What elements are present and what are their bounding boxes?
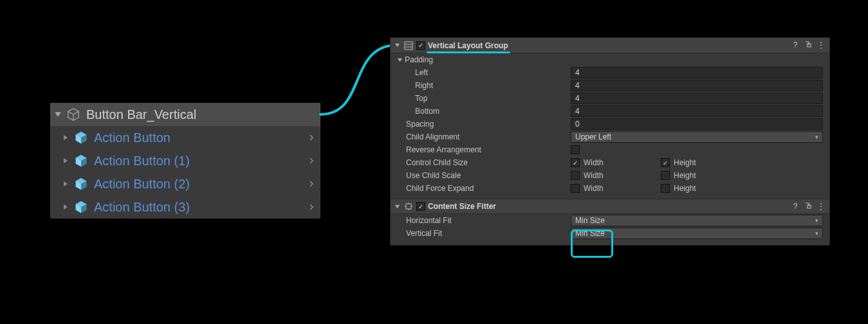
prefab-icon	[73, 153, 89, 168]
child-force-expand-label: Child Force Expand	[391, 184, 571, 193]
padding-bottom-input[interactable]	[571, 105, 823, 117]
foldout-icon[interactable]	[53, 109, 63, 120]
foldout-icon[interactable]	[60, 132, 71, 143]
hierarchy-item-child[interactable]: Action Button (2)	[50, 172, 320, 195]
top-label: Top	[391, 94, 571, 103]
height-label: Height	[674, 184, 696, 193]
annotation-underline	[427, 51, 510, 53]
chevron-right-icon[interactable]	[306, 204, 317, 210]
chevron-down-icon: ▾	[815, 134, 818, 140]
hierarchy-item-child[interactable]: Action Button	[50, 126, 320, 149]
use-scale-width-checkbox[interactable]	[571, 171, 580, 180]
kebab-icon[interactable]: ⋮	[817, 202, 826, 212]
reverse-arrangement-checkbox[interactable]	[571, 145, 580, 154]
component-title: Vertical Layout Group	[428, 41, 788, 50]
hierarchy-item-child[interactable]: Action Button (3)	[50, 195, 320, 219]
component-enable-checkbox[interactable]: ✓	[416, 202, 425, 211]
hierarchy-item-label: Action Button (1)	[94, 154, 306, 168]
spacing-label: Spacing	[391, 120, 571, 129]
right-label: Right	[391, 81, 571, 90]
content-size-fitter-icon	[403, 201, 414, 212]
hierarchy-item-parent[interactable]: Button Bar_Vertical	[50, 103, 320, 126]
padding-right-input[interactable]	[571, 80, 823, 91]
control-width-checkbox[interactable]: ✓	[571, 158, 580, 167]
preset-icon[interactable]	[804, 40, 813, 50]
help-icon[interactable]: ?	[791, 40, 800, 50]
foldout-icon[interactable]	[394, 204, 401, 210]
chevron-down-icon: ▾	[815, 230, 818, 237]
use-child-scale-label: Use Child Scale	[391, 171, 571, 180]
horizontal-fit-label: Horizontal Fit	[391, 216, 571, 225]
padding-top-input[interactable]	[571, 93, 823, 104]
preset-icon[interactable]	[804, 202, 813, 212]
hierarchy-item-label: Button Bar_Vertical	[86, 107, 317, 122]
component-title: Content Size Fitter	[428, 202, 788, 211]
hierarchy-panel: Button Bar_Vertical Action Button Action…	[50, 103, 320, 219]
foldout-icon[interactable]	[60, 156, 71, 166]
height-label: Height	[674, 171, 696, 180]
vertical-fit-dropdown[interactable]: Min Size ▾	[571, 228, 823, 239]
child-alignment-value: Upper Left	[575, 132, 611, 141]
spacing-input[interactable]	[571, 118, 823, 130]
child-alignment-label: Child Alignment	[391, 132, 571, 141]
control-child-size-label: Control Child Size	[391, 158, 571, 167]
gameobject-icon	[66, 107, 81, 122]
prefab-icon	[73, 176, 89, 192]
component-enable-checkbox[interactable]: ✓	[416, 41, 425, 50]
svg-rect-0	[405, 42, 412, 50]
bottom-label: Bottom	[391, 107, 571, 116]
height-label: Height	[674, 158, 696, 167]
force-expand-width-checkbox[interactable]	[571, 184, 580, 193]
foldout-icon[interactable]	[394, 42, 401, 48]
prefab-icon	[73, 199, 89, 215]
width-label: Width	[584, 158, 604, 167]
kebab-icon[interactable]: ⋮	[817, 40, 826, 50]
width-label: Width	[584, 184, 604, 193]
hierarchy-item-child[interactable]: Action Button (1)	[50, 149, 320, 172]
hierarchy-item-label: Action Button (3)	[94, 200, 306, 215]
padding-left-input[interactable]	[571, 67, 823, 78]
vertical-fit-label: Vertical Fit	[391, 229, 571, 238]
horizontal-fit-dropdown[interactable]: Min Size ▾	[571, 215, 823, 226]
chevron-down-icon: ▾	[815, 217, 818, 224]
width-label: Width	[584, 171, 604, 180]
hierarchy-item-label: Action Button	[94, 130, 306, 145]
svg-rect-3	[406, 204, 411, 209]
horizontal-fit-value: Min Size	[575, 216, 605, 225]
layout-group-icon	[403, 40, 414, 51]
child-alignment-dropdown[interactable]: Upper Left ▾	[571, 131, 823, 143]
chevron-right-icon[interactable]	[306, 134, 317, 141]
help-icon[interactable]: ?	[791, 202, 800, 212]
foldout-icon[interactable]	[60, 179, 71, 189]
inspector-panel: ✓ Vertical Layout Group ? ⋮ Padding Left…	[390, 37, 830, 246]
vertical-fit-value: Min Size	[575, 229, 605, 238]
chevron-right-icon[interactable]	[306, 181, 317, 187]
reverse-arrangement-label: Reverse Arrangement	[391, 145, 571, 154]
use-scale-height-checkbox[interactable]	[661, 171, 670, 180]
force-expand-height-checkbox[interactable]	[661, 184, 670, 193]
padding-foldout[interactable]: Padding	[391, 53, 829, 66]
prefab-icon	[73, 130, 89, 145]
padding-label: Padding	[405, 55, 433, 64]
left-label: Left	[391, 68, 571, 77]
component-header-csf[interactable]: ✓ Content Size Fitter ? ⋮	[391, 199, 829, 214]
chevron-right-icon[interactable]	[306, 158, 317, 164]
control-height-checkbox[interactable]: ✓	[661, 158, 670, 167]
hierarchy-item-label: Action Button (2)	[94, 177, 306, 192]
foldout-icon[interactable]	[60, 202, 71, 212]
